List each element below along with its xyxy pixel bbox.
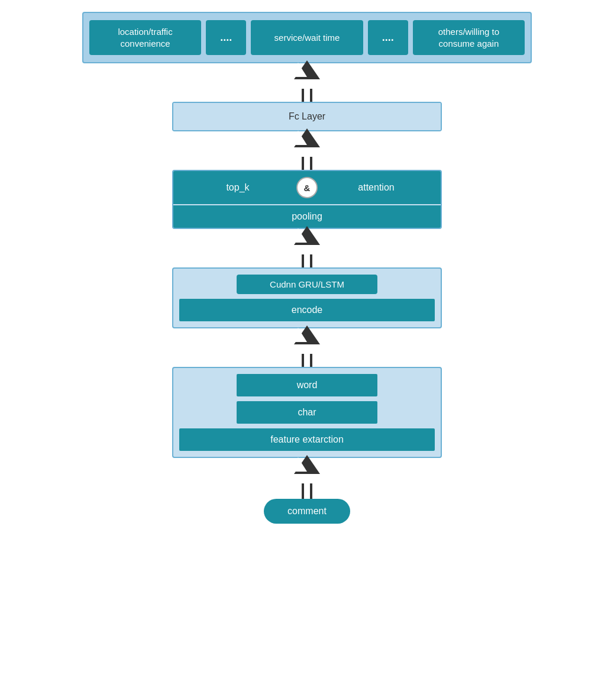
output-dots-2: .... [368,20,408,55]
output-box-others: others/willing to consume again [413,20,525,55]
top-k-label: top_k [185,182,290,193]
arrow-head-inner-5 [289,457,307,472]
arrow-feature-to-encoder [294,328,320,367]
attention-row: top_k & attention [173,171,441,204]
arrow-head-inner-4 [289,328,307,342]
arrow-head-inner-3 [289,228,307,243]
arrow-stem-5 [302,483,312,500]
attention-pooling-layer: top_k & attention pooling [172,170,442,229]
arrow-fc-to-attention [294,131,320,170]
up-arrow-5 [294,455,320,500]
arrow-output-to-fc [294,63,320,102]
up-arrow-2 [294,128,320,173]
arrow-head-inner [289,63,307,77]
up-arrow-4 [294,325,320,370]
output-box-location: location/traffic convenience [89,20,201,55]
output-dots-1: .... [206,20,246,55]
feature-extraction-label: feature extarction [179,428,435,451]
word-label: word [237,374,377,396]
attention-label: attention [324,182,429,193]
arrow-comment-to-feature [294,458,320,496]
arrow-encoder-to-attention [294,229,320,267]
and-symbol: & [296,177,318,198]
fc-layer-label: Fc Layer [173,103,441,130]
output-layer: location/traffic convenience .... servic… [82,12,532,63]
arrow-head-inner-2 [289,131,307,145]
comment-pill: comment [264,499,350,524]
neural-network-diagram: location/traffic convenience .... servic… [82,12,532,524]
up-arrow-1 [294,60,320,105]
up-arrow-3 [294,226,320,271]
fc-layer: Fc Layer [172,102,442,131]
cudnn-label: Cudnn GRU/LSTM [237,275,377,294]
output-box-service: service/wait time [251,20,363,55]
char-label: char [237,401,377,424]
feature-layer: word char feature extarction [172,367,442,458]
encoder-layer: Cudnn GRU/LSTM encode [172,267,442,328]
pooling-label: pooling [173,204,441,228]
encode-label: encode [179,299,435,321]
